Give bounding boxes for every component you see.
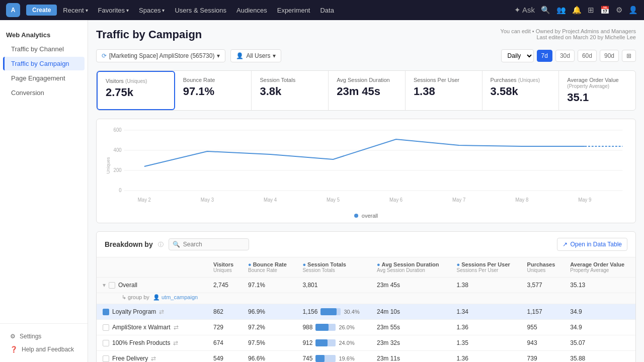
metric-sessions-per-user-value: 1.38 bbox=[414, 85, 474, 98]
fresh-spu: 1.35 bbox=[451, 335, 521, 351]
delivery-checkbox[interactable] bbox=[103, 355, 109, 362]
nav-users-sessions[interactable]: Users & Sessions bbox=[171, 5, 230, 16]
date-custom-button[interactable]: ⊞ bbox=[622, 50, 636, 62]
row-actions-icon[interactable]: ⇄ bbox=[159, 308, 164, 315]
nav-data[interactable]: Data bbox=[316, 5, 338, 16]
fresh-bar-fill bbox=[315, 339, 327, 346]
overall-sessions-per-user: 1.38 bbox=[451, 278, 521, 293]
last-edited-text: Last edited on March 20 by Michelle Lee bbox=[501, 34, 636, 40]
sidebar-section-web-analytics: Web Analytics bbox=[0, 28, 88, 42]
date-7d-button[interactable]: 7d bbox=[537, 50, 552, 62]
loyalty-checkbox[interactable] bbox=[103, 309, 109, 315]
sidebar-item-traffic-by-channel[interactable]: Traffic by Channel bbox=[3, 42, 85, 56]
users-filter-button[interactable]: 👤 All Users ▾ bbox=[230, 49, 281, 62]
sidebar-bottom: ⚙ Settings ❓ Help and Feedback bbox=[0, 323, 88, 362]
fresh-avg-session: 23m 32s bbox=[371, 335, 451, 351]
walmart-pct: 26.0% bbox=[339, 324, 354, 330]
search-icon[interactable]: 🔍 bbox=[541, 6, 550, 15]
users-filter-label: All Users bbox=[246, 52, 270, 59]
delivery-avg-order: 35.88 bbox=[564, 351, 635, 363]
calendar-icon[interactable]: 📅 bbox=[600, 6, 610, 15]
metric-avg-order-label: Average Order Value (Property Average) bbox=[567, 77, 627, 89]
delivery-bar-bg bbox=[315, 355, 336, 362]
date-90d-button[interactable]: 90d bbox=[600, 50, 619, 62]
users-icon[interactable]: 👥 bbox=[556, 6, 566, 15]
row-actions-icon[interactable]: ⇄ bbox=[174, 324, 179, 331]
table-row-groupby: ↳ group by 👤 utm_campaign bbox=[97, 293, 635, 304]
bell-icon[interactable]: 🔔 bbox=[572, 6, 582, 15]
metric-avg-session-label: Avg Session Duration bbox=[337, 77, 397, 83]
nav-favorites[interactable]: Favorites ▾ bbox=[94, 5, 133, 16]
open-in-data-table-button[interactable]: ↗ Open in Data Table bbox=[557, 238, 627, 251]
chevron-icon: ▾ bbox=[162, 8, 165, 13]
svg-text:0: 0 bbox=[119, 188, 122, 193]
table-row-free-delivery[interactable]: Free Delivery ⇄ 549 96.6% 745 19.6% bbox=[97, 351, 635, 363]
metric-bounce-rate[interactable]: Bounce Rate 97.1% bbox=[175, 71, 252, 110]
chevron-icon: ▾ bbox=[126, 8, 129, 13]
date-60d-button[interactable]: 60d bbox=[578, 50, 597, 62]
table-row-fresh-products[interactable]: 100% Fresh Products ⇄ 674 97.5% 912 24.0… bbox=[97, 335, 635, 351]
nav-spaces[interactable]: Spaces ▾ bbox=[135, 5, 169, 16]
row-actions-icon[interactable]: ⇄ bbox=[151, 355, 156, 362]
layout-icon[interactable]: ⊞ bbox=[588, 6, 594, 15]
nav-audiences[interactable]: Audiences bbox=[232, 5, 271, 16]
chevron-down-icon: ▾ bbox=[217, 52, 220, 59]
table-row-amplistore-walmart[interactable]: AmpliStore x Walmart ⇄ 729 97.2% 988 26.… bbox=[97, 320, 635, 335]
info-icon[interactable]: ⓘ bbox=[158, 241, 164, 248]
main-content: Traffic by Campaign You can edit • Owned… bbox=[88, 20, 644, 362]
metric-session-label: Session Totals bbox=[260, 77, 320, 83]
nav-experiment[interactable]: Experiment bbox=[273, 5, 314, 16]
svg-text:May 2: May 2 bbox=[138, 197, 151, 203]
page-title: Traffic by Campaign bbox=[96, 28, 202, 41]
space-filter-button[interactable]: ⟳ [Marketing Space] AmpliStore (565730) … bbox=[96, 49, 225, 62]
metric-session-totals[interactable]: Session Totals 3.8k bbox=[252, 71, 329, 110]
sidebar-item-page-engagement[interactable]: Page Engagement bbox=[3, 71, 85, 85]
fresh-bounce: 97.5% bbox=[242, 335, 296, 351]
loyalty-purchases: 1,157 bbox=[521, 304, 565, 320]
delivery-bar-fill bbox=[315, 355, 325, 362]
overall-purchases: 3,577 bbox=[521, 278, 565, 293]
sidebar-item-traffic-by-campaign[interactable]: Traffic by Campaign bbox=[3, 57, 85, 70]
walmart-checkbox[interactable] bbox=[103, 324, 109, 331]
metric-avg-session[interactable]: Avg Session Duration 23m 45s bbox=[329, 71, 406, 110]
create-button[interactable]: Create bbox=[26, 5, 57, 16]
page-meta: You can edit • Owned by Project Admins a… bbox=[501, 28, 636, 40]
overall-bounce: 97.1% bbox=[242, 278, 296, 293]
breakdown-search-input[interactable] bbox=[169, 238, 249, 250]
can-edit-text: You can edit • Owned by Project Admins a… bbox=[501, 28, 636, 34]
sidebar-item-conversion[interactable]: Conversion bbox=[3, 86, 85, 100]
metric-visitors[interactable]: Visitors (Uniques) 2.75k bbox=[97, 71, 175, 110]
metric-sessions-per-user[interactable]: Sessions Per User 1.38 bbox=[406, 71, 482, 110]
loyalty-visitors: 862 bbox=[207, 304, 242, 320]
walmart-spu: 1.36 bbox=[451, 320, 521, 335]
overall-checkbox[interactable] bbox=[109, 282, 115, 289]
breakdown-search-wrap: 🔍 bbox=[169, 238, 249, 250]
settings-button[interactable]: ⚙ Settings bbox=[6, 330, 82, 343]
svg-text:200: 200 bbox=[114, 167, 122, 173]
overall-visitors: 2,745 bbox=[207, 278, 242, 293]
metric-avg-order[interactable]: Average Order Value (Property Average) 3… bbox=[559, 71, 635, 110]
table-row-loyalty-program[interactable]: Loyalty Program ⇄ 862 96.9% 1,156 30.4% bbox=[97, 304, 635, 320]
th-avg-session: ●Avg Session Duration Avg Session Durati… bbox=[371, 257, 451, 278]
row-actions-icon[interactable]: ⇄ bbox=[173, 339, 178, 346]
delivery-bounce: 96.6% bbox=[242, 351, 296, 363]
settings-icon[interactable]: ⚙ bbox=[616, 6, 622, 15]
fresh-checkbox[interactable] bbox=[103, 340, 109, 346]
metric-purchases[interactable]: Purchases (Uniques) 3.58k bbox=[482, 71, 559, 110]
date-granularity-select[interactable]: Daily bbox=[501, 49, 534, 62]
avatar[interactable]: 👤 bbox=[628, 6, 638, 15]
search-icon: 🔍 bbox=[173, 241, 180, 248]
svg-text:600: 600 bbox=[114, 127, 122, 133]
ask-icon[interactable]: ✦ Ask bbox=[514, 6, 535, 15]
metric-visitors-label: Visitors (Uniques) bbox=[106, 78, 166, 84]
groupby-cell: ↳ group by 👤 utm_campaign bbox=[97, 293, 635, 304]
legend-dot bbox=[354, 214, 358, 218]
walmart-bar-bg bbox=[315, 324, 336, 331]
expand-icon[interactable]: ▾ bbox=[103, 282, 106, 289]
nav-recent[interactable]: Recent ▾ bbox=[59, 5, 92, 16]
date-30d-button[interactable]: 30d bbox=[555, 50, 575, 62]
walmart-purchases: 955 bbox=[521, 320, 565, 335]
chart-container: 600 400 200 0 Uniques May 2 May 3 May 4 … bbox=[96, 119, 636, 223]
help-button[interactable]: ❓ Help and Feedback bbox=[6, 343, 82, 356]
svg-text:May 6: May 6 bbox=[389, 197, 403, 203]
